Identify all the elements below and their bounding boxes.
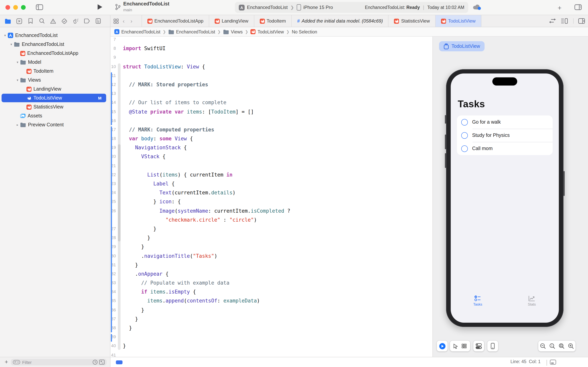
tab-strip: ‹›EnchancedTodoListAppLandingViewTodoIte…	[0, 15, 588, 27]
disclosure-icon[interactable]: ▾	[16, 78, 19, 82]
code-line-27: 27 }	[110, 224, 432, 233]
code-line-wrap: "checkmark.circle" : "circle")	[110, 215, 432, 224]
code-line-31: 31 }	[110, 260, 432, 269]
phone-tab-Stats[interactable]: Stats	[505, 294, 559, 312]
issues-icon[interactable]	[47, 17, 59, 25]
editor-tab-commit[interactable]: #Added the initial data model. (0584c69)	[292, 15, 389, 27]
task-checkbox[interactable]	[461, 119, 468, 125]
editor-tab-TodoListView[interactable]: TodoListView	[436, 15, 481, 27]
chart-icon	[529, 295, 535, 301]
related-items-icon[interactable]	[112, 15, 120, 27]
minimap-options-icon[interactable]	[561, 18, 568, 24]
code-line-25: 25 } icon: {	[110, 197, 432, 206]
sidebar-item-EnchancedTodoListApp[interactable]: EnchancedTodoListApp	[0, 49, 110, 58]
editor-only-icon[interactable]	[550, 360, 556, 365]
add-editor-icon[interactable]	[573, 18, 585, 24]
swift-file-icon	[394, 18, 399, 24]
breadcrumb[interactable]: TodoListView	[251, 29, 284, 34]
tests-icon[interactable]	[59, 17, 70, 25]
project-icon	[8, 33, 13, 38]
sidebar-item-Assets[interactable]: Assets	[0, 112, 110, 120]
zoom-out-icon[interactable]	[540, 343, 546, 349]
reports-icon[interactable]	[92, 17, 104, 25]
sidebar-item-EnchancedTodoList[interactable]: ▾EnchancedTodoList	[0, 40, 110, 49]
scheme-project[interactable]: EnchancedTodoList	[247, 5, 288, 10]
new-tab-button[interactable]: +	[558, 4, 562, 12]
minimize-button[interactable]	[13, 5, 18, 10]
find-icon[interactable]	[36, 17, 47, 25]
breadcrumb[interactable]: No Selection	[292, 29, 317, 34]
window-title: EnchancedTodoList	[123, 1, 169, 7]
code-line-11: 11	[110, 71, 432, 80]
code-review-icon[interactable]	[549, 18, 556, 24]
device-settings-button[interactable]	[473, 341, 484, 351]
debug-icon[interactable]	[70, 17, 81, 25]
sidebar-item-EnchancedTodoList[interactable]: ▾EnchancedTodoList	[0, 31, 110, 40]
preview-chip[interactable]: TodoListView	[439, 41, 485, 51]
col-indicator: Col: 1	[529, 359, 541, 364]
xcode-window: EnchancedTodoList main A EnchancedTodoLi…	[0, 0, 588, 367]
code-line-12: 12 // MARK: Stored properties	[110, 80, 432, 89]
run-destination[interactable]: iPhone 15 Pro	[303, 5, 333, 10]
scheme-app-icon: A	[239, 4, 245, 10]
zoom-in-icon[interactable]	[568, 343, 574, 349]
scm-change-indicator[interactable]	[116, 360, 123, 364]
back-button[interactable]: ‹	[120, 15, 127, 27]
editor-tab-LandingView[interactable]: LandingView	[209, 15, 254, 27]
app-screen: Tasks Go for a walkStudy for PhysicsCall…	[451, 74, 559, 323]
close-button[interactable]	[5, 5, 10, 10]
code-line-13: 13	[110, 89, 432, 98]
phone-tab-Tasks[interactable]: Tasks	[451, 294, 505, 312]
sidebar-item-StatisticsView[interactable]: StatisticsView	[0, 103, 110, 111]
zoom-fit-icon[interactable]	[559, 343, 564, 349]
preview-device-button[interactable]	[487, 341, 498, 351]
code-line-7: 7	[110, 37, 432, 44]
disclosure-icon[interactable]: ▾	[9, 42, 13, 46]
sidebar-item-LandingView[interactable]: LandingView	[0, 85, 110, 93]
source-control-icon[interactable]	[14, 17, 25, 25]
recent-files-icon[interactable]	[92, 360, 98, 365]
add-file-button[interactable]: +	[5, 359, 8, 365]
filter-field[interactable]: Filter	[11, 359, 107, 366]
breadcrumb[interactable]: EnchancedTodoList	[168, 29, 215, 34]
bookmarks-icon[interactable]	[25, 17, 36, 25]
dynamic-island	[492, 77, 517, 85]
task-list: Go for a walkStudy for PhysicsCall mom	[457, 116, 553, 155]
breadcrumb[interactable]: Views	[223, 29, 243, 34]
editor-tab-StatisticsView[interactable]: StatisticsView	[389, 15, 436, 27]
scm-status-filter-icon[interactable]	[99, 360, 105, 365]
selectable-mode-icon[interactable]	[454, 343, 458, 349]
project-navigator-icon[interactable]	[2, 17, 14, 25]
forward-button[interactable]: ›	[127, 15, 135, 27]
task-row[interactable]: Go for a walk	[457, 116, 553, 129]
editor-tab-EnchancedTodoListApp[interactable]: EnchancedTodoListApp	[142, 15, 209, 27]
task-row[interactable]: Study for Physics	[457, 129, 553, 142]
disclosure-icon[interactable]: ▸	[16, 123, 19, 127]
live-preview-button[interactable]	[437, 341, 448, 351]
code-line-22: 22 List(items) { currentItem in	[110, 170, 432, 179]
selectable-variants-group[interactable]	[450, 341, 470, 351]
run-button[interactable]	[97, 4, 103, 10]
breakpoints-icon[interactable]	[81, 17, 92, 25]
sidebar-item-TodoItem[interactable]: TodoItem	[0, 67, 110, 75]
task-checkbox[interactable]	[461, 132, 468, 139]
power-button	[563, 171, 565, 196]
inspector-toggle-icon[interactable]	[574, 4, 582, 10]
zoom-100-icon[interactable]: 1	[549, 343, 555, 349]
sidebar-toggle-icon[interactable]	[36, 4, 43, 10]
sidebar-item-TodoListView[interactable]: TodoListViewM	[0, 94, 110, 102]
variants-grid-icon[interactable]	[462, 343, 467, 349]
code-line-34: 34 if items.isEmpty {	[110, 287, 432, 296]
sidebar-item-Model[interactable]: ▾Model	[0, 58, 110, 67]
code-editor[interactable]: 78import SwiftUI910struct TodoListView: …	[110, 37, 432, 357]
breadcrumb[interactable]: AEnchancedTodoList	[114, 29, 160, 34]
disclosure-icon[interactable]: ▾	[16, 60, 19, 64]
task-row[interactable]: Call mom	[457, 142, 553, 155]
task-checkbox[interactable]	[461, 145, 468, 152]
zoom-button[interactable]	[21, 5, 26, 10]
disclosure-icon[interactable]: ▾	[3, 33, 7, 37]
editor-tab-TodoItem[interactable]: TodoItem	[254, 15, 292, 27]
sidebar-item-Views[interactable]: ▾Views	[0, 76, 110, 84]
sidebar-item-Preview-Content[interactable]: ▸Preview Content	[0, 121, 110, 129]
code-line-24: 24 Text(currentItem.details)	[110, 188, 432, 197]
